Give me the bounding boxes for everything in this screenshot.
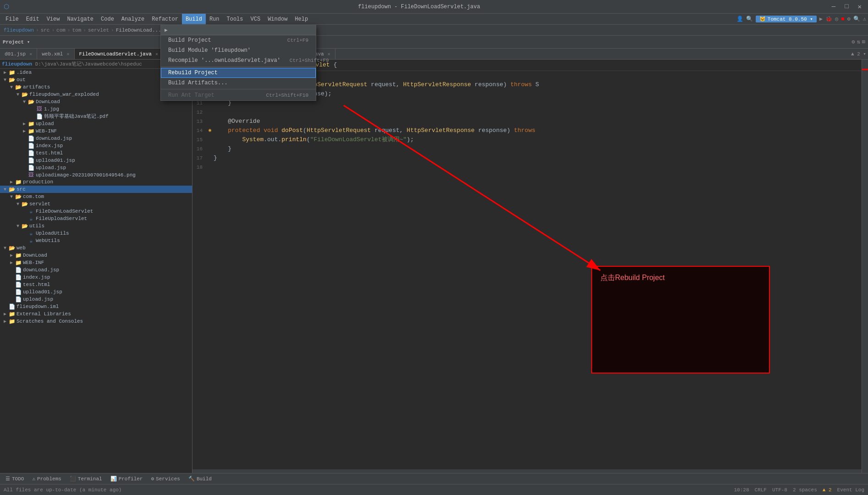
tab-close[interactable]: ✕ [328, 51, 330, 57]
tree-item-uplload01-out[interactable]: 📄 uplload01.jsp [0, 157, 192, 164]
tree-item-web[interactable]: ▼ 📂 web [0, 244, 192, 252]
tab-services[interactable]: ⚙ Services [147, 475, 183, 483]
tree-item-upload-jsp-out[interactable]: 📄 upload.jsp [0, 164, 192, 171]
tree-item-1jpg[interactable]: 🖼 1.jpg [0, 105, 192, 112]
breadcrumb-project[interactable]: flieupdown [4, 28, 34, 33]
menu-code[interactable]: Code [97, 14, 118, 24]
menu-analyze[interactable]: Analyze [118, 14, 148, 24]
code-line-18: 18 [192, 163, 868, 172]
stop-icon[interactable]: ■ [841, 16, 844, 22]
tab-webxml[interactable]: web.xml ✕ [37, 49, 74, 59]
menu-tools[interactable]: Tools [223, 14, 247, 24]
breadcrumb-com[interactable]: com [56, 28, 66, 33]
coverage-icon[interactable]: ◎ [835, 16, 838, 22]
tomcat-selector[interactable]: 🐱 Tomcat 8.0.50 ▾ [756, 16, 817, 22]
minimize-button[interactable]: — [829, 2, 838, 11]
tree-item-test-html-out[interactable]: 📄 test.html [0, 149, 192, 157]
tab-close[interactable]: ✕ [66, 51, 69, 57]
breadcrumb-tom[interactable]: tom [72, 28, 81, 33]
tree-item-upload-out[interactable]: ▶ 📁 upload [0, 120, 192, 127]
tab-label: web.xml [42, 51, 63, 57]
project-panel: flieupdown D:\java\Java笔记\Javawebcode\hs… [0, 60, 192, 473]
tree-item-uploadimg[interactable]: 🖼 uploadimage-20231007001649546.png [0, 171, 192, 178]
search-everywhere-icon[interactable]: 🔍 [746, 16, 753, 22]
tab-close[interactable]: ✕ [29, 51, 32, 57]
annotation-box: 点击Rebuild Project [591, 266, 770, 374]
services-label: Services [156, 476, 180, 482]
tree-item-webinf-web[interactable]: ▶ 📁 WEB-INF [0, 259, 192, 266]
notifications-icon[interactable]: ⚠ [863, 16, 866, 22]
status-line-ending[interactable]: CRLF [755, 487, 767, 493]
tree-item-download-jsp-web[interactable]: 📄 downLoad.jsp [0, 266, 192, 274]
menu-build-module[interactable]: Build Module 'flieupdown' [161, 45, 316, 55]
build-label: Build [197, 476, 212, 482]
settings-icon[interactable]: ⚙ [847, 16, 851, 22]
tab-problems[interactable]: ⚠ Problems [28, 475, 65, 483]
menu-vcs[interactable]: VCS [247, 14, 264, 24]
sort-icon[interactable]: ⇅ [857, 38, 860, 45]
breadcrumb-src[interactable]: src [41, 28, 50, 33]
gutter-14: ◉ [206, 126, 214, 135]
menu-view[interactable]: View [43, 14, 64, 24]
debug-icon[interactable]: 🐞 [825, 16, 832, 22]
tab-profiler[interactable]: 📊 Profiler [107, 475, 147, 483]
main-layout: flieupdown D:\java\Java笔记\Javawebcode\hs… [0, 60, 868, 473]
menu-file[interactable]: File [2, 14, 22, 24]
tab-build[interactable]: 🔨 Build [185, 475, 215, 483]
menu-recompile[interactable]: Recompile '...ownLoadServlet.java' Ctrl+… [161, 55, 316, 66]
tree-item-utils[interactable]: ▼ 📂 utils [0, 222, 192, 230]
status-right: 10:28 CRLF UTF-8 2 spaces ▲ 2 Event Log [734, 487, 864, 493]
menu-build-artifacts[interactable]: Build Artifacts... [161, 78, 316, 88]
tree-item-upload-jsp-web[interactable]: 📄 upload.jsp [0, 296, 192, 303]
tab-todo[interactable]: ☰ TODO [2, 475, 27, 483]
tree-item-filedownloadservlet[interactable]: ☕ FileDownLoadServlet [0, 208, 192, 215]
close-button[interactable]: ✕ [855, 2, 864, 11]
tree-item-uploadutils[interactable]: ☕ UploadUtils [0, 230, 192, 237]
tree-item-scratches[interactable]: ▶ 📁 Scratches and Consoles [0, 318, 192, 325]
tree-item-ext-libs[interactable]: ▶ 📁 External Libraries [0, 310, 192, 318]
menu-build-project[interactable]: Build Project Ctrl+F9 [161, 35, 316, 45]
tree-item-src[interactable]: ▼ 📂 src [0, 186, 192, 193]
menu-edit[interactable]: Edit [22, 14, 43, 24]
menu-run[interactable]: Run [206, 14, 223, 24]
menu-navigate[interactable]: Navigate [63, 14, 97, 24]
search-icon[interactable]: 🔍 [853, 16, 860, 22]
tree-item-download-jsp-out[interactable]: 📄 downLoad.jsp [0, 135, 192, 142]
tab-close[interactable]: ✕ [155, 51, 158, 57]
breadcrumb-servlet[interactable]: servlet [88, 28, 109, 33]
tree-item-uplload01-web[interactable]: 📄 uplload01.jsp [0, 288, 192, 296]
tree-item-index-jsp-web[interactable]: 📄 index.jsp [0, 274, 192, 281]
tree-item-pdf[interactable]: 📄 韩顺平零基础Java笔记.pdf [0, 112, 192, 120]
tree-item-comtom[interactable]: ▼ 📂 com.tom [0, 193, 192, 200]
tab-terminal[interactable]: ⬛ Terminal [66, 475, 106, 483]
menu-build[interactable]: Build [182, 14, 206, 24]
menu-rebuild-project[interactable]: Rebuild Project [161, 68, 316, 78]
maximize-button[interactable]: □ [842, 2, 851, 11]
tree-item-webutils[interactable]: ☕ WebUtils [0, 237, 192, 244]
gutter-18 [206, 163, 214, 172]
tree-item-servlet[interactable]: ▼ 📂 servlet [0, 200, 192, 208]
menu-help[interactable]: Help [291, 14, 312, 24]
tree-item-index-jsp-out[interactable]: 📄 index.jsp [0, 142, 192, 149]
status-encoding[interactable]: UTF-8 [772, 487, 787, 493]
status-indent[interactable]: 2 spaces [793, 487, 817, 493]
menu-window[interactable]: Window [264, 14, 291, 24]
tab-filedownloadservlet[interactable]: FileDownLoadServlet.java ✕ [75, 49, 163, 59]
line-number-17: 17 [192, 154, 206, 163]
run-icon[interactable]: ▶ [819, 16, 823, 22]
tree-item-fileuploadservlet[interactable]: ☕ FileUploadServlet [0, 215, 192, 222]
tree-item-download-web[interactable]: ▶ 📁 DownLoad [0, 252, 192, 259]
scrollbar-horizontal[interactable] [192, 469, 862, 473]
menu-bar: File Edit View Navigate Code Analyze Ref… [0, 14, 868, 25]
tab-d01jsp[interactable]: d01.jsp ✕ [0, 49, 37, 59]
expand-icon[interactable]: ⊞ [862, 38, 865, 45]
event-log[interactable]: Event Log [837, 487, 864, 493]
tree-item-test-html-web[interactable]: 📄 test.html [0, 281, 192, 288]
menu-refactor[interactable]: Refactor [148, 14, 182, 24]
breadcrumb-file[interactable]: FileDownLoad... [116, 28, 161, 33]
gear-icon[interactable]: ⚙ [852, 38, 855, 45]
tree-item-production[interactable]: ▶ 📁 production [0, 178, 192, 186]
tree-item-webinf-out[interactable]: ▶ 📁 WEB-INF [0, 127, 192, 135]
tree-item-iml[interactable]: 📄 flieupdown.iml [0, 303, 192, 310]
account-icon[interactable]: 👤 [736, 16, 743, 22]
